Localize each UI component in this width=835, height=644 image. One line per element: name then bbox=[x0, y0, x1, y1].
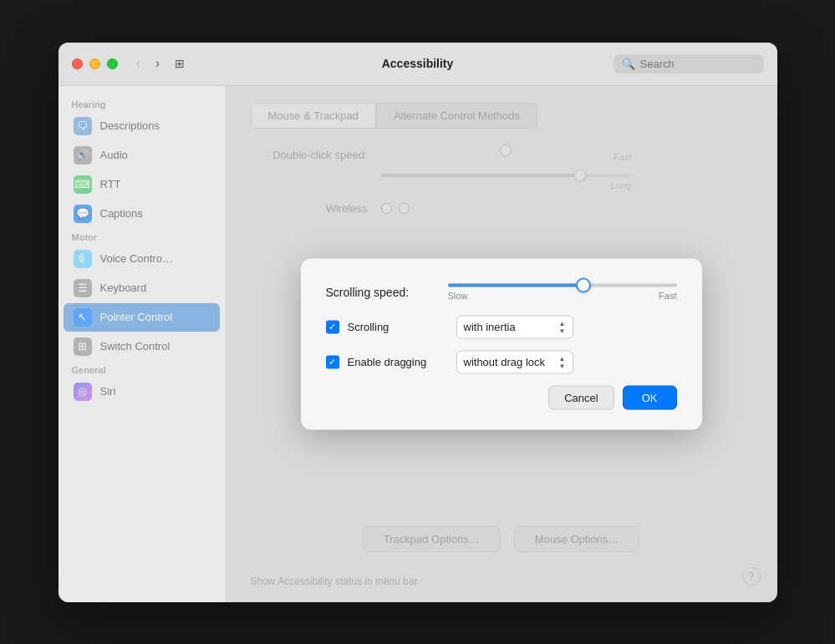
sidebar-item-siri[interactable]: ◎ Siri bbox=[64, 378, 220, 406]
cancel-button[interactable]: Cancel bbox=[548, 385, 614, 409]
sidebar-item-audio[interactable]: 🔊 Audio bbox=[64, 141, 220, 170]
accessibility-window: ‹ › ⊞ Accessibility 🔍 Hearing 🗨 Descript… bbox=[59, 43, 777, 602]
maximize-button[interactable] bbox=[107, 58, 118, 69]
close-button[interactable] bbox=[72, 58, 83, 69]
sidebar: Hearing 🗨 Descriptions 🔊 Audio ⌨ RTT 💬 C… bbox=[59, 86, 226, 602]
speed-slider-track bbox=[448, 283, 677, 287]
keyboard-icon: ☰ bbox=[74, 279, 92, 297]
pointer-control-icon: ↖ bbox=[74, 308, 92, 327]
sidebar-item-label: RTT bbox=[100, 178, 121, 190]
sidebar-item-label: Keyboard bbox=[100, 281, 147, 294]
minimize-button[interactable] bbox=[89, 58, 100, 69]
slow-label: Slow bbox=[448, 290, 468, 300]
voice-control-icon: 🎙 bbox=[74, 250, 92, 268]
title-bar: ‹ › ⊞ Accessibility 🔍 bbox=[59, 43, 777, 86]
dragging-select-arrows: ▲ ▼ bbox=[559, 354, 566, 369]
scrolling-checkbox[interactable]: ✓ bbox=[326, 320, 339, 333]
sidebar-item-descriptions[interactable]: 🗨 Descriptions bbox=[64, 112, 220, 140]
sidebar-item-label: Descriptions bbox=[100, 119, 160, 132]
content-area: Hearing 🗨 Descriptions 🔊 Audio ⌨ RTT 💬 C… bbox=[59, 86, 777, 602]
main-content: Mouse & Trackpad Alternate Control Metho… bbox=[226, 86, 777, 602]
window-title: Accessibility bbox=[382, 57, 454, 70]
chevron-down-icon-2: ▼ bbox=[559, 362, 566, 369]
scrolling-speed-label: Scrolling speed: bbox=[326, 285, 435, 298]
sidebar-item-label: Siri bbox=[100, 385, 116, 398]
dragging-select[interactable]: without drag lock ▲ ▼ bbox=[456, 350, 573, 373]
sidebar-item-rtt[interactable]: ⌨ RTT bbox=[64, 170, 220, 199]
search-icon: 🔍 bbox=[622, 58, 635, 70]
scrolling-speed-row: Scrolling speed: Slow Fast bbox=[326, 283, 677, 300]
descriptions-icon: 🗨 bbox=[74, 117, 92, 135]
section-label-general: General bbox=[59, 362, 225, 377]
grid-icon[interactable]: ⊞ bbox=[175, 57, 185, 70]
scrolling-checkbox-row: ✓ Scrolling with inertia ▲ ▼ bbox=[326, 315, 677, 338]
sidebar-item-label: Pointer Control bbox=[100, 311, 173, 323]
speed-slider-fill bbox=[448, 283, 578, 287]
enable-dragging-label: Enable dragging bbox=[348, 356, 448, 368]
forward-button[interactable]: › bbox=[150, 54, 165, 73]
sidebar-item-label: Voice Contro… bbox=[100, 252, 173, 265]
sidebar-item-keyboard[interactable]: ☰ Keyboard bbox=[64, 274, 220, 302]
switch-control-icon: ⊞ bbox=[74, 337, 92, 356]
search-box[interactable]: 🔍 bbox=[614, 54, 764, 74]
fast-label: Fast bbox=[659, 290, 676, 300]
sidebar-item-label: Captions bbox=[100, 207, 143, 220]
dialog: Scrolling speed: Slow Fast bbox=[301, 258, 702, 429]
sidebar-item-captions[interactable]: 💬 Captions bbox=[64, 200, 220, 228]
chevron-up-icon-2: ▲ bbox=[559, 354, 566, 362]
scrolling-select-arrows: ▲ ▼ bbox=[559, 319, 566, 334]
dialog-buttons: Cancel OK bbox=[326, 385, 677, 409]
sidebar-item-label: Audio bbox=[100, 149, 128, 161]
section-label-motor: Motor bbox=[59, 229, 225, 244]
siri-icon: ◎ bbox=[74, 383, 92, 401]
sidebar-item-label: Switch Control bbox=[100, 340, 171, 352]
scrolling-select-value: with inertia bbox=[464, 321, 516, 333]
rtt-icon: ⌨ bbox=[74, 175, 92, 194]
captions-icon: 💬 bbox=[74, 205, 92, 223]
sidebar-item-voice-control[interactable]: 🎙 Voice Contro… bbox=[64, 245, 220, 273]
scrolling-label: Scrolling bbox=[348, 321, 448, 333]
enable-dragging-row: ✓ Enable dragging without drag lock ▲ ▼ bbox=[326, 350, 677, 373]
sidebar-item-pointer-control[interactable]: ↖ Pointer Control bbox=[64, 303, 220, 332]
ok-button[interactable]: OK bbox=[623, 385, 677, 409]
enable-dragging-checkbox[interactable]: ✓ bbox=[326, 355, 339, 368]
dragging-select-value: without drag lock bbox=[464, 356, 546, 368]
audio-icon: 🔊 bbox=[74, 146, 92, 165]
traffic-lights bbox=[72, 58, 118, 69]
nav-buttons: ‹ › bbox=[131, 54, 165, 73]
back-button[interactable]: ‹ bbox=[131, 54, 145, 73]
speed-slider-labels: Slow Fast bbox=[448, 290, 677, 300]
section-label-hearing: Hearing bbox=[59, 96, 225, 111]
sidebar-item-switch-control[interactable]: ⊞ Switch Control bbox=[64, 332, 220, 361]
checkmark-icon: ✓ bbox=[328, 322, 336, 332]
chevron-down-icon: ▼ bbox=[559, 327, 566, 334]
checkmark-icon-2: ✓ bbox=[328, 357, 336, 367]
search-input[interactable] bbox=[640, 58, 756, 70]
chevron-up-icon: ▲ bbox=[559, 319, 566, 327]
scrolling-select[interactable]: with inertia ▲ ▼ bbox=[456, 315, 573, 338]
scrolling-speed-slider[interactable]: Slow Fast bbox=[448, 283, 677, 300]
